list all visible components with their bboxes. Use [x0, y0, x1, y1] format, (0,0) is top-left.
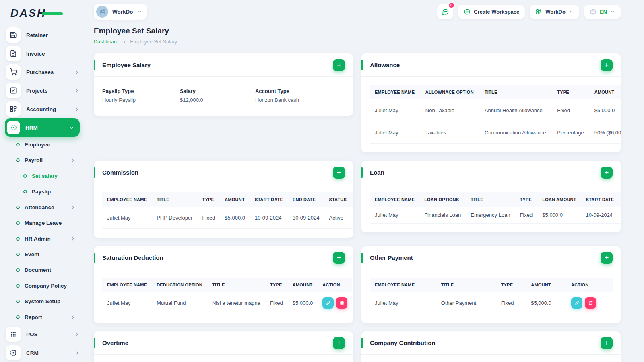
sidebar-item-label: Event: [25, 251, 76, 257]
sidebar-item-label: Set salary: [32, 173, 76, 179]
sidebar-item-hr-admin[interactable]: HR Admin: [5, 231, 85, 247]
overtime-body: [94, 355, 353, 362]
chevron-right-icon: [74, 332, 80, 337]
edit-button[interactable]: [322, 297, 334, 309]
sidebar-item-label: Report: [25, 314, 66, 320]
column-header: EMPLOYEE NAME: [370, 192, 419, 207]
field-value: $12,000.0: [180, 97, 255, 103]
sidebar-item-invoice[interactable]: Invoice: [5, 44, 85, 63]
sidebar-item-document[interactable]: Document: [5, 262, 85, 278]
sidebar-item-purchases[interactable]: Purchases: [5, 63, 85, 81]
sidebar-item-report[interactable]: Report: [5, 309, 85, 325]
sidebar-item-accounting[interactable]: Accounting: [5, 100, 85, 118]
column-header: DEDUCTION OPTION: [152, 278, 207, 292]
chevron-down-icon: [69, 125, 74, 130]
sidebar-item-payroll[interactable]: Payroll: [5, 152, 85, 168]
messages-badge: 0: [448, 2, 455, 8]
cell-loan-options: Financials Loan: [419, 207, 466, 224]
sidebar-item-projects[interactable]: Projects: [5, 81, 85, 100]
breadcrumb-dashboard-link[interactable]: Dashboard: [94, 39, 118, 45]
cell-start-date: 10-09-2024: [581, 207, 619, 224]
card-title: Loan: [370, 169, 384, 176]
column-header: ACTION: [351, 192, 353, 207]
cell-amount: $5,000.0: [590, 99, 621, 121]
delete-button[interactable]: [336, 297, 347, 309]
topbar: WorkDo 0 Create Workspace WorkDo: [94, 0, 621, 23]
add-company-contribution-button[interactable]: +: [601, 337, 613, 349]
add-saturation-deduction-button[interactable]: +: [333, 252, 345, 264]
column-header: LOAN AMOUNT: [537, 192, 581, 207]
sidebar-item-set-salary[interactable]: Set salary: [5, 168, 85, 184]
cell-title: Emergency Loan: [466, 207, 515, 224]
add-allowance-button[interactable]: +: [601, 59, 613, 71]
sidebar-item-label: Retainer: [26, 32, 80, 38]
chevron-right-icon: [70, 236, 76, 241]
create-workspace-button[interactable]: Create Workspace: [458, 5, 525, 19]
sidebar: DASH Retainer Invoice Purchases Projects: [0, 0, 85, 362]
app-logo[interactable]: DASH: [5, 3, 85, 23]
sidebar-item-payslip[interactable]: Payslip: [5, 184, 85, 200]
card-header: Company Contribution +: [361, 331, 621, 355]
loan-table: EMPLOYEE NAME LOAN OPTIONS TITLE TYPE LO…: [361, 184, 621, 232]
loan-card: Loan + EMPLOYEE NAME LOAN OPTIONS TITLE …: [361, 161, 621, 232]
cell-allowance-option: Taxables: [421, 121, 480, 144]
cell-employee-name: Juliet May: [370, 207, 419, 224]
column-header: AMOUNT: [590, 85, 621, 99]
column-header: EMPLOYEE NAME: [370, 85, 421, 99]
employee-salary-body: Payslip Type Hourly Payslip Salary $12,0…: [94, 77, 353, 116]
add-other-payment-button[interactable]: +: [601, 252, 613, 264]
column-header: TITLE: [436, 278, 496, 292]
card-title: Commission: [102, 169, 138, 176]
sidebar-item-company-policy[interactable]: Company Policy: [5, 278, 85, 294]
sidebar-item-crm[interactable]: CRM: [5, 343, 85, 362]
bullet-icon: [15, 299, 21, 304]
pencil-icon: [574, 300, 580, 306]
language-selector[interactable]: EN: [584, 5, 621, 19]
cell-title: PHP Developer: [152, 207, 197, 229]
sidebar-item-attendance[interactable]: Attendance: [5, 200, 85, 215]
edit-button[interactable]: [571, 297, 582, 309]
bullet-icon: [15, 220, 21, 226]
sidebar-item-hrm[interactable]: HRM: [5, 118, 80, 137]
add-overtime-button[interactable]: +: [333, 337, 345, 349]
chevron-right-icon: [74, 350, 80, 356]
messages-button[interactable]: 0: [437, 4, 453, 19]
cards-grid: Employee Salary + Payslip Type Hourly Pa…: [94, 53, 621, 362]
sidebar-item-event[interactable]: Event: [5, 247, 85, 262]
grid-plus-icon: [6, 101, 21, 117]
cell-employee-name: Juliet May: [102, 292, 152, 314]
saturation-deduction-card: Saturation Deduction + EMPLOYEE NAME DED…: [94, 246, 353, 323]
sidebar-item-retainer[interactable]: Retainer: [5, 26, 85, 44]
other-payment-table: EMPLOYEE NAME TITLE TYPE AMOUNT ACTION J…: [361, 269, 621, 323]
breadcrumb-current: Employee Set Salary: [130, 39, 177, 45]
workspace-selector[interactable]: WorkDo: [94, 4, 147, 20]
plus-circle-icon: [464, 8, 471, 15]
bullet-icon: [15, 205, 21, 210]
allowance-table: EMPLOYEE NAME ALLOWNACE OPTION TITLE TYP…: [361, 77, 621, 152]
salary-field: Salary $12,000.0: [180, 88, 255, 103]
add-commission-button[interactable]: +: [333, 167, 345, 179]
other-payment-card: Other Payment + EMPLOYEE NAME TITLE TYPE…: [361, 246, 621, 323]
cell-start-date: 10-09-2024: [250, 207, 288, 229]
cell-type: Fixed: [198, 207, 220, 229]
sidebar-item-manage-leave[interactable]: Manage Leave: [5, 215, 85, 231]
sidebar-item-system-setup[interactable]: System Setup: [5, 294, 85, 309]
column-header: TITLE: [466, 192, 515, 207]
bullet-icon: [15, 252, 21, 257]
card-header: Other Payment +: [361, 246, 621, 269]
sidebar-nav: Retainer Invoice Purchases Projects Acco…: [5, 26, 85, 362]
table-row: Juliet May Non Taxable Annual Health All…: [370, 99, 621, 121]
column-header: TITLE: [152, 192, 197, 207]
cell-end-date: 30-09-2024: [288, 207, 324, 229]
sidebar-item-label: Projects: [26, 88, 69, 94]
sidebar-item-pos[interactable]: POS: [5, 325, 85, 343]
delete-button[interactable]: [585, 297, 596, 309]
add-employee-salary-button[interactable]: +: [333, 59, 345, 71]
workspace-menu-button[interactable]: WorkDo: [530, 5, 579, 19]
cell-title: Nisi a tenetur magna: [207, 292, 265, 314]
add-loan-button[interactable]: +: [601, 167, 613, 179]
chat-icon: [442, 8, 449, 16]
sidebar-item-employee[interactable]: Employee: [5, 137, 85, 152]
breadcrumb: Dashboard Employee Set Salary: [94, 39, 621, 45]
chevron-down-icon: [569, 9, 574, 14]
